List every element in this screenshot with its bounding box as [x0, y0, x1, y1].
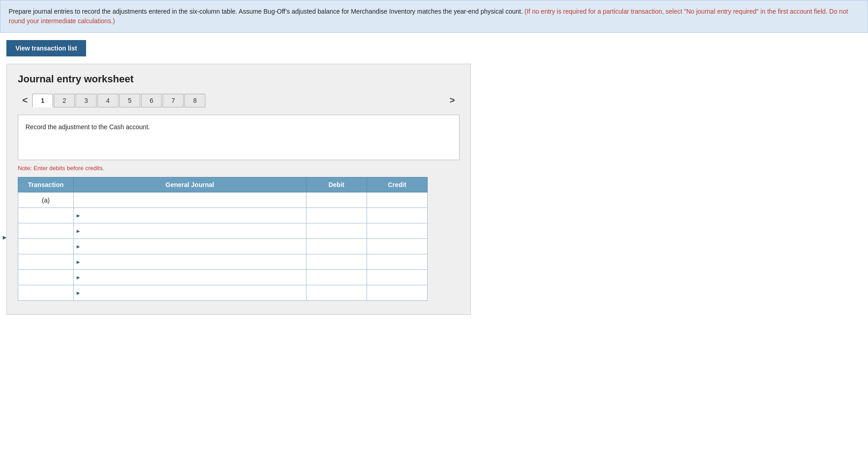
credit-field-7[interactable] [367, 285, 427, 300]
debit-input-2[interactable]: ► [306, 208, 367, 223]
transaction-label-empty-4 [18, 239, 74, 254]
credit-field-1[interactable] [367, 192, 427, 207]
debit-input-3[interactable]: ► [306, 223, 367, 239]
prev-tab-arrow[interactable]: < [18, 93, 32, 107]
tab-5[interactable]: 5 [119, 94, 140, 107]
arrow-icon-7: ► [76, 290, 81, 296]
instruction-main-text: Prepare journal entries to record the ad… [9, 8, 523, 15]
col-credit: Credit [367, 177, 427, 192]
arrow-icon-6: ► [76, 274, 81, 281]
debit-input-6[interactable]: ► [306, 270, 367, 285]
credit-input-1[interactable] [367, 192, 427, 208]
debit-input-4[interactable]: ► [306, 239, 367, 254]
credit-field-3[interactable] [367, 223, 427, 238]
table-row: ► ► ► [18, 208, 428, 223]
journal-table: Transaction General Journal Debit Credit… [18, 177, 428, 301]
debit-field-7[interactable] [306, 285, 367, 300]
credit-input-5[interactable]: ► [367, 254, 427, 270]
transaction-label-empty-3 [18, 223, 74, 239]
tab-2[interactable]: 2 [54, 94, 75, 107]
credit-input-2[interactable]: ► [367, 208, 427, 223]
tab-8[interactable]: 8 [184, 94, 205, 107]
arrow-icon-5: ► [76, 259, 81, 265]
journal-entry-field-5[interactable] [74, 254, 306, 269]
col-debit: Debit [306, 177, 367, 192]
transaction-label-empty-2 [18, 208, 74, 223]
debit-field-2[interactable] [306, 208, 367, 223]
arrow-icon-2: ► [76, 212, 81, 219]
debit-input-7[interactable]: ► [306, 285, 367, 301]
note-text: Note: Enter debits before credits. [18, 165, 460, 172]
tab-3[interactable]: 3 [76, 94, 97, 107]
col-general-journal: General Journal [74, 177, 306, 192]
col-transaction: Transaction [18, 177, 74, 192]
description-box: Record the adjustment to the Cash accoun… [18, 115, 460, 160]
credit-field-4[interactable] [367, 239, 427, 254]
tab-1[interactable]: 1 [32, 94, 53, 107]
view-transaction-button[interactable]: View transaction list [6, 40, 86, 56]
next-tab-arrow[interactable]: > [445, 93, 460, 107]
arrow-icon-3: ► [76, 228, 81, 234]
journal-entry-field-3[interactable] [74, 223, 306, 238]
worksheet-container: Journal entry worksheet < 1 2 3 4 5 6 7 … [6, 64, 471, 315]
description-text: Record the adjustment to the Cash accoun… [26, 123, 150, 131]
transaction-label-a: (a) [18, 192, 74, 208]
general-journal-input-3[interactable]: ► [74, 223, 306, 239]
credit-input-7[interactable]: ► [367, 285, 427, 301]
debit-field-5[interactable] [306, 254, 367, 269]
general-journal-input-4[interactable]: ► [74, 239, 306, 254]
transaction-label-empty-7 [18, 285, 74, 301]
tab-7[interactable]: 7 [163, 94, 184, 107]
worksheet-title: Journal entry worksheet [18, 73, 460, 85]
general-journal-input-2[interactable]: ► [74, 208, 306, 223]
table-row: ► ► ► [18, 285, 428, 301]
journal-entry-field-6[interactable] [74, 270, 306, 285]
arrow-icon-credit-7: ► [2, 234, 7, 241]
debit-input-1[interactable] [306, 192, 367, 208]
debit-field-3[interactable] [306, 223, 367, 238]
tab-6[interactable]: 6 [141, 94, 162, 107]
arrow-icon-4: ► [76, 243, 81, 250]
credit-input-4[interactable]: ► [367, 239, 427, 254]
credit-input-3[interactable]: ► [367, 223, 427, 239]
journal-entry-field-1[interactable] [74, 192, 306, 207]
debit-field-1[interactable] [306, 192, 367, 207]
table-row: (a) [18, 192, 428, 208]
tabs-row: < 1 2 3 4 5 6 7 8 > [18, 93, 460, 107]
credit-field-6[interactable] [367, 270, 427, 285]
debit-field-6[interactable] [306, 270, 367, 285]
instruction-box: Prepare journal entries to record the ad… [0, 0, 868, 33]
general-journal-input-7[interactable]: ► [74, 285, 306, 301]
transaction-label-empty-6 [18, 270, 74, 285]
credit-field-5[interactable] [367, 254, 427, 269]
journal-entry-field-4[interactable] [74, 239, 306, 254]
general-journal-input-1[interactable] [74, 192, 306, 208]
journal-entry-field-7[interactable] [74, 285, 306, 300]
credit-field-2[interactable] [367, 208, 427, 223]
transaction-label-empty-5 [18, 254, 74, 270]
table-row: ► ► ► [18, 239, 428, 254]
credit-input-6[interactable]: ► [367, 270, 427, 285]
general-journal-input-6[interactable]: ► [74, 270, 306, 285]
journal-entry-field-2[interactable] [74, 208, 306, 223]
table-row: ► ► ► [18, 270, 428, 285]
debit-input-5[interactable]: ► [306, 254, 367, 270]
table-row: ► ► ► [18, 223, 428, 239]
table-row: ► ► ► [18, 254, 428, 270]
tab-4[interactable]: 4 [97, 94, 118, 107]
general-journal-input-5[interactable]: ► [74, 254, 306, 270]
debit-field-4[interactable] [306, 239, 367, 254]
